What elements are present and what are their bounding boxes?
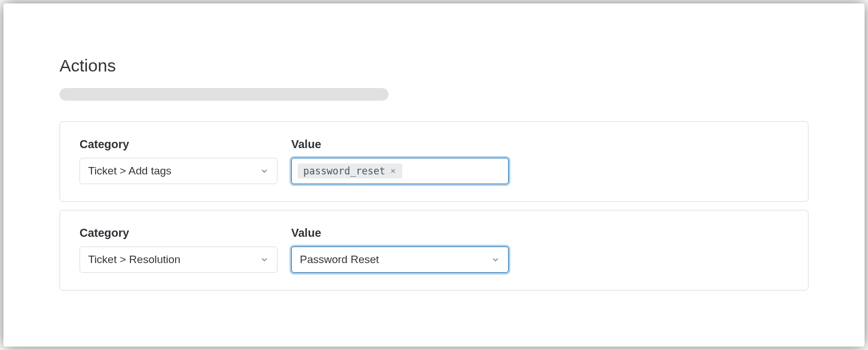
category-field-group: Category Ticket > Resolution — [80, 226, 278, 273]
action-card: Category Ticket > Resolution Value Passw… — [60, 210, 808, 291]
value-field-group: Value password_reset — [291, 138, 509, 184]
value-label: Value — [291, 138, 509, 151]
category-label: Category — [80, 226, 278, 240]
category-field-group: Category Ticket > Add tags — [80, 138, 278, 184]
chevron-down-icon — [491, 255, 500, 264]
category-label: Category — [80, 138, 278, 151]
chevron-down-icon — [260, 166, 269, 176]
category-select-value: Ticket > Add tags — [88, 165, 172, 177]
value-select-value: Password Reset — [300, 253, 379, 266]
actions-panel: Actions Category Ticket > Add tags Value… — [22, 22, 846, 328]
value-select[interactable]: Password Reset — [291, 246, 509, 273]
chevron-down-icon — [260, 255, 269, 264]
category-select[interactable]: Ticket > Resolution — [80, 246, 278, 273]
action-card: Category Ticket > Add tags Value passwor… — [60, 121, 808, 202]
description-placeholder — [60, 88, 389, 101]
category-select-value: Ticket > Resolution — [88, 253, 180, 266]
tag-chip-label: password_reset — [303, 165, 385, 177]
section-title: Actions — [60, 56, 808, 75]
close-icon[interactable] — [389, 166, 398, 176]
category-select[interactable]: Ticket > Add tags — [80, 158, 278, 184]
value-label: Value — [291, 226, 509, 240]
tag-chip: password_reset — [298, 164, 402, 178]
value-field-group: Value Password Reset — [291, 226, 509, 273]
tags-input[interactable]: password_reset — [291, 158, 509, 184]
